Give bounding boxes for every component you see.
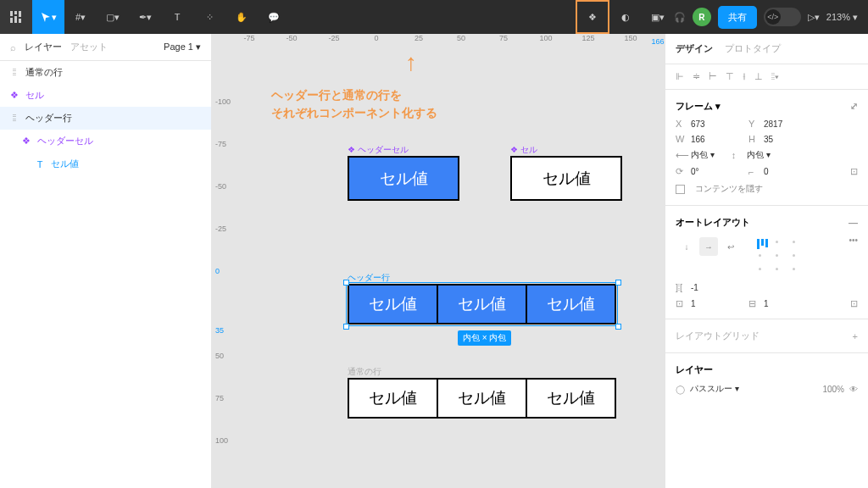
align-icons: ⊩ ≑ ⊢ ⊤ ⫲ ⊥ ⦙⦙▾ [665,64,868,89]
add-grid-icon[interactable]: + [853,331,858,341]
layer-cell[interactable]: ❖セル [0,84,211,107]
component-tool-icon[interactable]: ❖ [576,0,609,34]
blend-mode-dropdown[interactable]: パススルー ▾ [690,383,739,395]
align-left-icon[interactable]: ⊩ [676,71,684,82]
annotation-text: ヘッダー行と通常の行をそれぞれコンポーネント化する [271,86,437,122]
selection-handle[interactable] [343,324,349,330]
design-tab[interactable]: デザイン [676,42,713,55]
align-top-icon[interactable]: ⊤ [726,71,734,82]
alignment-grid[interactable] [752,236,803,276]
align-center-icon[interactable]: ≑ [693,71,700,82]
dev-mode-toggle[interactable]: </> [764,8,801,26]
normal-row-label: 通常の行 [348,366,381,378]
top-toolbar: ▾ #▾ ▢▾ ✒▾ T ⁘ ✋ 💬 ❖ ◐ ▣▾ 🎧 R 共有 </> ▷▾ … [0,0,868,34]
normal-row-cell[interactable]: セル値 [348,378,438,419]
user-avatar[interactable]: R [693,8,711,26]
layers-tab[interactable]: レイヤー [25,41,62,53]
comment-tool-icon[interactable]: 💬 [258,0,290,34]
boolean-tool-icon[interactable]: ▣▾ [642,0,674,34]
blend-mode-icon[interactable]: ◯ [676,385,685,394]
search-icon[interactable]: ⌕ [10,42,16,53]
cell-component[interactable]: セル値 [510,156,622,201]
svg-rect-0 [10,11,13,16]
clip-content-label: コンテンツを隠す [695,183,763,195]
header-cell-label: ❖ ヘッダーセル [348,144,409,156]
cell-label: ❖ セル [510,144,537,156]
padding-v-input[interactable] [764,299,804,308]
distribute-icon[interactable]: ⦙⦙▾ [771,71,779,82]
share-button[interactable]: 共有 [718,6,757,29]
layer-header-cell[interactable]: ❖ヘッダーセル [0,130,211,152]
svg-rect-4 [14,16,17,23]
v-constraint[interactable]: 内包 ▾ [747,149,771,161]
w-input[interactable] [691,135,732,144]
padding-h-input[interactable] [691,299,732,308]
audio-icon[interactable]: 🎧 [674,0,686,34]
hand-tool-icon[interactable]: ✋ [225,0,258,34]
frame-tool-icon[interactable]: #▾ [64,0,97,34]
remove-autolayout-icon[interactable]: — [849,218,858,228]
rotation-input[interactable] [691,167,732,176]
selection-outline [346,282,618,326]
resources-icon[interactable]: ⁘ [193,0,225,34]
canvas[interactable]: -75-50-25 02550 75100125 150 166 -100-75… [212,34,665,488]
align-right-icon[interactable]: ⊢ [709,71,717,82]
x-input[interactable] [691,119,732,129]
design-panel: デザイン プロトタイプ ⊩ ≑ ⊢ ⊤ ⫲ ⊥ ⦙⦙▾ フレーム ▾⤢ X Y … [665,34,868,488]
resize-fit-icon[interactable]: ⤢ [850,101,858,112]
corner-input[interactable] [764,167,804,176]
mask-tool-icon[interactable]: ◐ [609,0,642,34]
move-tool-icon[interactable]: ▾ [32,0,64,34]
visibility-icon[interactable]: 👁 [849,385,858,394]
header-cell-component[interactable]: セル値 [348,156,459,201]
svg-rect-5 [19,19,21,23]
padding-detail-icon[interactable]: ⊡ [850,298,858,309]
selection-handle[interactable] [615,280,621,286]
pen-tool-icon[interactable]: ✒▾ [129,0,161,34]
direction-wrap-icon[interactable]: ↩ [721,237,740,256]
y-input[interactable] [764,119,804,129]
svg-rect-2 [19,11,21,17]
opacity-value[interactable]: 100% [822,385,844,394]
present-icon[interactable]: ▷▾ [808,0,820,34]
svg-rect-1 [14,11,17,14]
svg-rect-3 [10,18,13,23]
text-tool-icon[interactable]: T [161,0,193,34]
size-badge: 内包 × 内包 [458,330,511,346]
direction-horizontal-icon[interactable]: → [699,237,718,256]
page-dropdown[interactable]: Page 1 ▾ [164,42,201,53]
rect-tool-icon[interactable]: ▢▾ [97,0,129,34]
menu-icon[interactable] [0,0,32,34]
layers-panel: ⌕ レイヤー アセット Page 1 ▾ ⦙⦙通常の行 ❖セル ⦙⦙ヘッダー行 … [0,34,212,488]
h-constraint[interactable]: 内包 ▾ [691,149,715,161]
layer-cell-value[interactable]: Tセル値 [0,152,211,175]
layer-header-row[interactable]: ⦙⦙ヘッダー行 [0,107,211,130]
prototype-tab[interactable]: プロトタイプ [725,42,781,55]
gap-input[interactable] [691,283,732,292]
ruler-horizontal: -75-50-25 02550 75100125 150 166 [231,34,665,51]
annotation-arrow: ↑ [405,49,417,76]
direction-vertical-icon[interactable]: ↓ [677,237,696,256]
normal-row[interactable]: セル値 セル値 セル値 [348,378,616,419]
autolayout-more-icon[interactable]: ••• [849,236,858,245]
corner-detail-icon[interactable]: ⊡ [850,166,858,177]
ruler-vertical: -100-75-50 -250 3550 75100 [212,51,231,488]
selection-handle[interactable] [343,280,349,286]
align-middle-icon[interactable]: ⫲ [743,71,746,82]
normal-row-cell[interactable]: セル値 [437,378,527,419]
selection-handle[interactable] [615,324,621,330]
h-input[interactable] [764,135,804,144]
align-bottom-icon[interactable]: ⊥ [754,71,763,82]
clip-checkbox[interactable] [676,185,685,194]
layer-normal-row[interactable]: ⦙⦙通常の行 [0,61,211,84]
assets-tab[interactable]: アセット [70,41,108,53]
normal-row-cell[interactable]: セル値 [526,378,616,419]
zoom-dropdown[interactable]: 213% ▾ [826,12,858,23]
